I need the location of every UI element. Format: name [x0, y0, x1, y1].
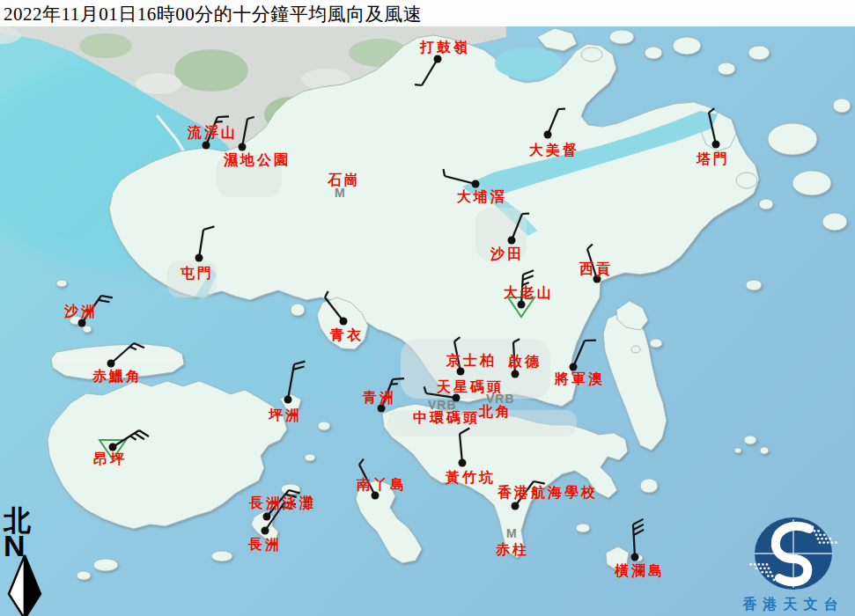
logo-dot [762, 563, 764, 566]
logo-dot [823, 533, 826, 536]
title-bar: 2022年11月01日16時00分的十分鐘平均風向及風速 [0, 0, 855, 26]
hko-logo-icon [732, 515, 855, 590]
page-title: 2022年11月01日16時00分的十分鐘平均風向及風速 [4, 2, 422, 26]
hko-name-chinese: 香港天文台 [732, 596, 855, 614]
logo-dot [771, 575, 774, 577]
logo-dot [822, 541, 825, 544]
logo-dot [812, 526, 814, 529]
logo-dot [829, 538, 831, 540]
hko-logo: 香港天文台 HONG KONG OBSERVATORY [732, 515, 855, 616]
logo-dot [814, 530, 816, 532]
logo-dot [817, 530, 820, 532]
logo-dot [757, 563, 760, 566]
logo-dot [819, 533, 822, 536]
logo-dot [815, 533, 818, 536]
logo-dot [759, 567, 762, 569]
logo-dot [827, 541, 829, 544]
logo-dot [763, 567, 766, 569]
logo-dot [768, 567, 770, 569]
logo-dot [761, 571, 763, 574]
compass-needle-icon [4, 554, 53, 616]
logo-dot [765, 571, 768, 574]
logo-dot [825, 538, 828, 540]
logo-dot [754, 563, 756, 566]
logo-dot [766, 563, 769, 566]
wind-map-page: 打鼓嶺流浮山濕地公園石崗M大美督塔門大埔滘沙田西貢屯門沙洲大老山青衣赤鱲角京士柏… [0, 0, 855, 616]
logo-dot [817, 538, 820, 540]
hong-kong-map [0, 0, 855, 616]
starling-inlet [495, 48, 562, 79]
logo-dot [755, 567, 758, 569]
logo-dot [830, 541, 833, 544]
north-indicator: 北 N [4, 508, 56, 616]
logo-dot [773, 579, 776, 582]
logo-dot [835, 541, 837, 544]
logo-dot [749, 563, 752, 566]
logo-dot [770, 571, 772, 574]
logo-dot [767, 575, 770, 577]
logo-dot [819, 541, 822, 544]
logo-dot [821, 538, 823, 540]
